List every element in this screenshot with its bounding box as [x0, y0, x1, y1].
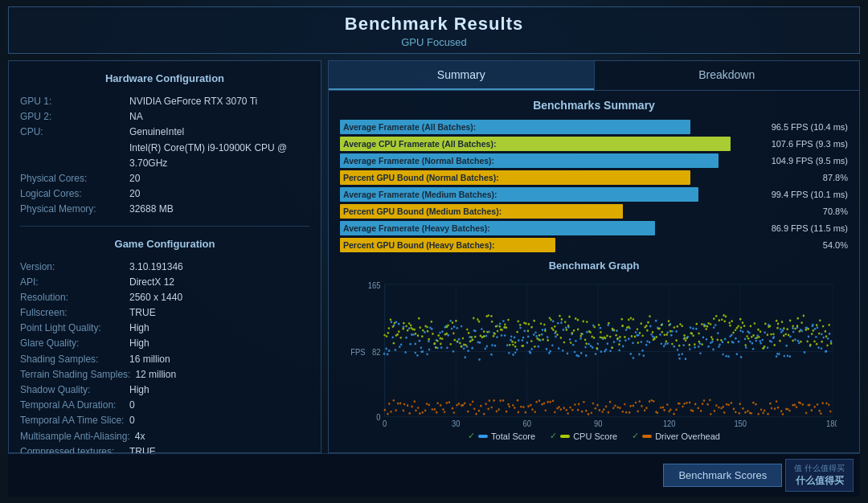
svg-point-316	[822, 337, 824, 339]
svg-point-180	[619, 340, 620, 342]
svg-point-85	[478, 358, 480, 361]
svg-point-601	[800, 341, 801, 343]
svg-point-456	[584, 338, 586, 341]
svg-point-150	[575, 340, 576, 342]
svg-point-438	[556, 333, 558, 336]
svg-point-471	[606, 335, 608, 337]
bench-value: 86.9 FPS (11.5 ms)	[743, 223, 848, 233]
svg-point-116	[524, 329, 526, 332]
svg-point-306	[808, 335, 809, 337]
svg-point-195	[641, 350, 643, 352]
svg-point-780	[739, 412, 740, 415]
svg-point-378	[468, 332, 469, 334]
bench-bar-container: Percent GPU Bound (Heavy Batches):	[340, 238, 739, 252]
svg-point-788	[755, 403, 756, 406]
svg-point-465	[598, 324, 600, 326]
svg-point-634	[411, 406, 412, 408]
svg-point-810	[805, 411, 807, 414]
svg-point-782	[742, 407, 743, 410]
svg-point-197	[645, 344, 647, 346]
svg-point-417	[525, 322, 526, 325]
svg-point-600	[799, 330, 800, 333]
svg-point-669	[489, 399, 490, 402]
svg-point-752	[675, 408, 677, 411]
svg-point-578	[767, 333, 768, 336]
svg-point-590	[783, 327, 784, 329]
svg-point-787	[752, 402, 754, 404]
svg-point-426	[538, 334, 540, 337]
svg-point-264	[745, 346, 747, 349]
svg-point-719	[601, 411, 603, 413]
svg-point-415	[522, 345, 524, 347]
tab-breakdown[interactable]: Breakdown	[595, 61, 860, 90]
svg-point-481	[621, 318, 623, 321]
svg-point-779	[735, 411, 736, 413]
svg-point-804	[792, 404, 793, 407]
svg-point-89	[484, 347, 485, 350]
benchmark-graph-svg: 165 82 0 FPS 0 30 60 90 120 150	[351, 275, 837, 428]
svg-point-185	[628, 337, 629, 340]
svg-point-677	[507, 403, 509, 406]
svg-point-406	[509, 344, 510, 346]
svg-point-735	[637, 411, 638, 413]
svg-point-609	[813, 329, 814, 332]
svg-point-350	[426, 326, 428, 329]
svg-point-244	[714, 324, 716, 326]
bench-scores-button[interactable]: Benchmark Scores	[663, 464, 782, 487]
bench-row: Average Framerate (All Batches): 96.5 FP…	[340, 120, 848, 134]
svg-point-425	[538, 338, 539, 341]
svg-point-182	[622, 346, 624, 348]
svg-point-734	[635, 402, 637, 404]
tab-summary[interactable]: Summary	[329, 61, 594, 90]
svg-point-783	[744, 411, 746, 414]
svg-point-607	[809, 344, 811, 346]
svg-point-710	[581, 411, 583, 413]
svg-point-216	[673, 346, 674, 348]
svg-point-755	[682, 406, 683, 408]
svg-point-569	[752, 334, 754, 337]
svg-point-599	[797, 317, 799, 320]
svg-point-525	[686, 337, 688, 339]
svg-point-651	[448, 401, 450, 403]
svg-point-604	[805, 329, 807, 331]
config-row-res: Resolution: 2560 x 1440	[20, 290, 309, 305]
label-res: Resolution:	[20, 290, 125, 305]
value-mem: 32688 MB	[129, 202, 174, 217]
svg-point-232	[698, 346, 699, 348]
bench-bar-label: Percent GPU Bound (Medium Batches):	[343, 207, 502, 216]
svg-point-359	[440, 337, 441, 340]
svg-point-455	[582, 321, 583, 323]
svg-point-501	[652, 331, 653, 333]
svg-point-326	[390, 318, 391, 321]
value-taa-dur: 0	[129, 398, 135, 413]
label-gpu2: GPU 2:	[20, 109, 125, 125]
svg-point-333	[399, 337, 401, 339]
svg-point-562	[742, 321, 743, 324]
svg-point-729	[624, 403, 625, 406]
svg-point-187	[630, 353, 632, 355]
svg-point-23	[385, 348, 387, 350]
tabs-row: Summary Breakdown	[329, 61, 859, 91]
svg-point-183	[624, 339, 626, 341]
svg-point-83	[474, 330, 476, 333]
label-msaa: Multisample Anti-Aliasing:	[20, 429, 130, 444]
svg-point-344	[417, 334, 419, 337]
svg-point-655	[458, 403, 460, 405]
svg-point-287	[780, 328, 781, 330]
svg-point-771	[718, 407, 719, 409]
config-row-gpu2: GPU 2: NA	[20, 109, 309, 125]
svg-point-427	[540, 322, 542, 325]
legend-driver: ✓ Driver Overhead	[632, 431, 720, 441]
svg-point-816	[819, 410, 821, 412]
svg-point-821	[829, 411, 831, 413]
svg-point-774	[723, 411, 725, 414]
svg-point-468	[601, 337, 603, 339]
svg-point-158	[586, 331, 588, 333]
svg-point-412	[518, 320, 519, 322]
svg-point-504	[655, 336, 657, 338]
svg-point-100	[501, 334, 502, 337]
graph-section: Benchmark Graph	[340, 255, 848, 444]
svg-point-500	[649, 315, 650, 317]
svg-point-529	[692, 334, 694, 337]
svg-point-695	[547, 401, 548, 403]
